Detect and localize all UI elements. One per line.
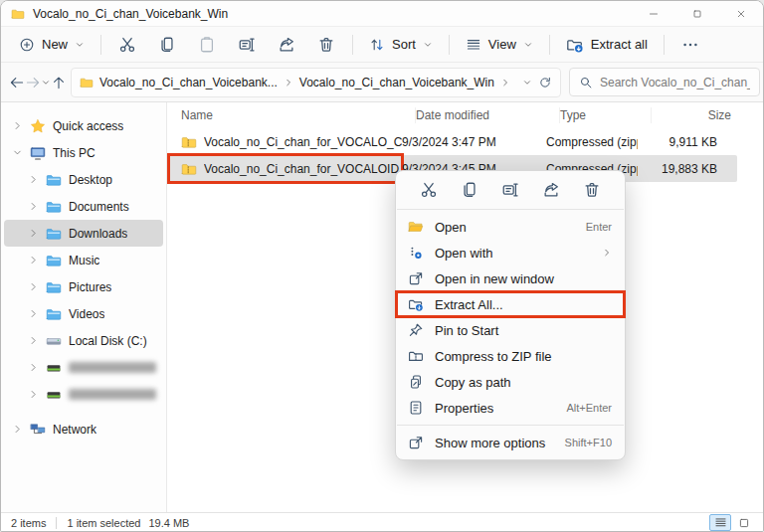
up-arrow-icon xyxy=(51,75,67,90)
view-toggles xyxy=(709,514,755,531)
menu-item-extract-all[interactable]: Extract All... xyxy=(396,291,625,317)
extract-all-button-label: Extract all xyxy=(591,37,648,52)
back-arrow-icon xyxy=(9,75,25,90)
sidebar-item-quick-access[interactable]: Quick access xyxy=(4,112,163,139)
chevron-right-icon[interactable] xyxy=(12,424,23,435)
menu-item-copy-as-path[interactable]: Copy as path xyxy=(396,369,625,395)
file-size: 19,883 KB xyxy=(638,162,723,176)
status-bar: 2 items 1 item selected 19.4 MB xyxy=(1,512,763,532)
folder-icon xyxy=(46,253,62,268)
close-button[interactable] xyxy=(719,1,763,26)
rename-icon[interactable] xyxy=(501,181,519,199)
extract-all-button[interactable]: Extract all xyxy=(556,30,658,60)
more-options-button[interactable] xyxy=(670,30,710,60)
sidebar-item-label: Music xyxy=(69,254,99,267)
show-more-icon xyxy=(408,435,424,450)
navigation-pane: Quick access This PC Desktop Documents D xyxy=(1,102,167,512)
file-name: Vocalo_no_Ci_chan_for_VOCALO_CHANGER_1.0… xyxy=(204,135,402,149)
network-icon xyxy=(30,422,46,438)
menu-item-shortcut: Shift+F10 xyxy=(565,437,612,448)
sidebar-item-redacted-drive[interactable] xyxy=(4,381,163,408)
zip-outline-icon xyxy=(408,348,424,364)
menu-item-show-more-options[interactable]: Show more options Shift+F10 xyxy=(396,430,625,455)
sidebar-item-label: This PC xyxy=(53,146,96,160)
new-button[interactable]: New xyxy=(9,30,95,60)
sidebar-item-local-disk-c[interactable]: Local Disk (C:) xyxy=(4,327,163,354)
column-header-type[interactable]: Type xyxy=(560,107,652,123)
menu-item-open-in-new-window[interactable]: Open in new window xyxy=(396,266,625,291)
chevron-right-icon[interactable] xyxy=(28,228,39,239)
highlight-box-red: Vocalo_no_Ci_chan_for_VOCALOID_6.3.0 xyxy=(169,155,402,182)
folder-icon xyxy=(46,199,62,215)
chevron-right-icon[interactable] xyxy=(28,308,39,319)
paste-button[interactable] xyxy=(187,30,227,60)
back-button[interactable] xyxy=(9,68,25,97)
sidebar-item-pictures[interactable]: Pictures xyxy=(4,273,163,300)
large-icons-view-button[interactable] xyxy=(733,514,755,531)
chevron-right-icon[interactable] xyxy=(28,255,39,266)
menu-item-label: Open xyxy=(435,220,467,235)
chevron-right-icon[interactable] xyxy=(28,174,39,185)
delete-button[interactable] xyxy=(306,30,346,60)
chevron-right-icon[interactable] xyxy=(28,281,39,292)
chevron-right-icon[interactable] xyxy=(12,120,23,131)
context-menu-quick-actions xyxy=(396,171,625,205)
column-header-name[interactable]: Name xyxy=(181,107,416,123)
cut-icon[interactable] xyxy=(420,181,438,199)
sidebar-item-music[interactable]: Music xyxy=(4,247,163,273)
sidebar-item-documents[interactable]: Documents xyxy=(4,193,163,220)
address-dropdown-icon[interactable] xyxy=(522,78,532,88)
sidebar-item-network[interactable]: Network xyxy=(4,416,163,443)
menu-item-properties[interactable]: Properties Alt+Enter xyxy=(396,395,625,421)
delete-icon[interactable] xyxy=(583,181,601,199)
breadcrumb-parent[interactable]: Vocalo_no_Ci_chan_Voicebank... xyxy=(99,76,278,89)
search-box[interactable] xyxy=(569,68,760,96)
breadcrumb[interactable]: Vocalo_no_Ci_chan_Voicebank... Vocalo_no… xyxy=(71,68,561,97)
sidebar-item-videos[interactable]: Videos xyxy=(4,300,163,327)
forward-arrow-icon xyxy=(25,75,41,90)
cut-button[interactable] xyxy=(107,30,147,60)
rename-button[interactable] xyxy=(227,30,267,60)
chevron-right-icon[interactable] xyxy=(28,389,39,400)
chevron-right-icon[interactable] xyxy=(28,335,39,346)
share-icon[interactable] xyxy=(542,181,560,199)
share-button[interactable] xyxy=(267,30,306,60)
copy-button[interactable] xyxy=(147,30,187,60)
forward-button[interactable] xyxy=(25,68,41,97)
address-bar: Vocalo_no_Ci_chan_Voicebank... Vocalo_no… xyxy=(1,63,763,102)
refresh-icon[interactable] xyxy=(538,76,552,89)
view-lines-icon xyxy=(466,37,481,53)
menu-item-open-with[interactable]: Open with xyxy=(396,240,625,266)
chevron-right-icon[interactable] xyxy=(28,362,39,373)
sidebar-item-downloads[interactable]: Downloads xyxy=(4,220,163,247)
menu-item-shortcut: Enter xyxy=(586,221,612,233)
folder-icon xyxy=(46,279,62,295)
minimize-icon xyxy=(649,9,659,19)
file-row[interactable]: Vocalo_no_Ci_chan_for_VOCALO_CHANGER_1.0… xyxy=(167,128,737,155)
search-input[interactable] xyxy=(600,76,750,89)
breadcrumb-current[interactable]: Vocalo_no_Ci_chan_Voicebank_Win xyxy=(299,76,494,89)
menu-item-open[interactable]: Open Enter xyxy=(396,214,625,240)
sidebar-item-redacted-drive[interactable] xyxy=(4,354,163,381)
up-button[interactable] xyxy=(51,68,67,97)
recent-locations-button[interactable] xyxy=(41,68,51,97)
file-size: 9,911 KB xyxy=(638,135,723,149)
folder-icon xyxy=(80,76,94,89)
chevron-down-icon[interactable] xyxy=(12,147,23,158)
chevron-right-icon[interactable] xyxy=(28,201,39,212)
toolbar-divider xyxy=(449,35,450,55)
menu-item-compress-to-zip[interactable]: Compress to ZIP file xyxy=(396,343,625,369)
column-header-size[interactable]: Size xyxy=(652,108,737,122)
menu-item-pin-to-start[interactable]: Pin to Start xyxy=(396,317,625,343)
maximize-button[interactable] xyxy=(675,1,719,26)
details-view-button[interactable] xyxy=(709,514,731,531)
sort-button[interactable]: Sort xyxy=(359,30,443,60)
view-button-label: View xyxy=(488,37,516,52)
sidebar-item-label: Videos xyxy=(69,307,104,321)
column-header-date-modified[interactable]: Date modified xyxy=(416,107,560,123)
copy-icon[interactable] xyxy=(461,181,478,199)
minimize-button[interactable] xyxy=(632,1,675,26)
sidebar-item-desktop[interactable]: Desktop xyxy=(4,166,163,193)
view-button[interactable]: View xyxy=(456,30,543,60)
sidebar-item-this-pc[interactable]: This PC xyxy=(4,139,163,166)
